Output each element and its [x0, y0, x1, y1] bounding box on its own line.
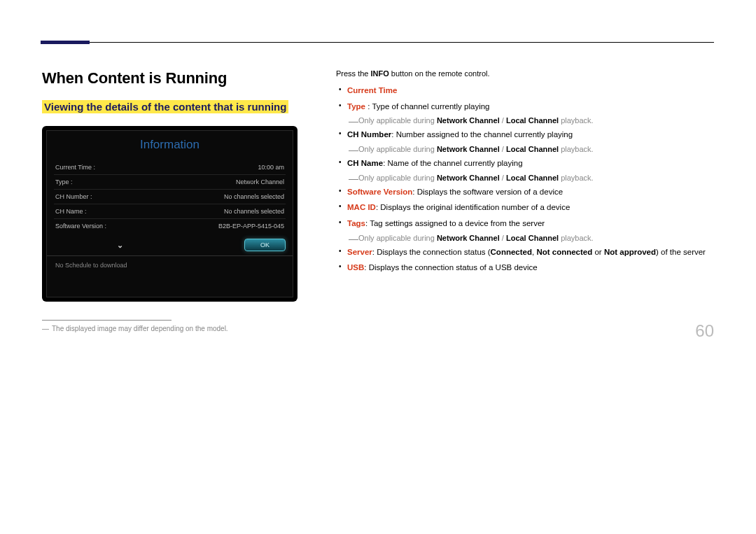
page-heading: When Content is Running [42, 69, 315, 87]
intro-text: Press the INFO button on the remote cont… [336, 69, 714, 78]
header-rule [42, 42, 714, 43]
list-item: MAC ID: Displays the original identifica… [336, 202, 714, 213]
info-row: CH Number : No channels selected [54, 190, 286, 204]
info-row: Type : Network Channel [54, 175, 286, 190]
device-screenshot: Information Current Time : 10:00 am Type… [42, 126, 298, 302]
sub-note: ― Only applicable during Network Channel… [336, 234, 714, 242]
list-item: USB: Displays the connection status of a… [336, 262, 714, 274]
info-row: CH Name : No channels selected [54, 204, 286, 219]
info-row: Software Version : B2B-EP-APP-5415-045 [54, 219, 286, 233]
info-label: Type : [55, 178, 73, 185]
list-item: Type : Type of channel currently playing [336, 101, 714, 113]
chevron-down-icon[interactable]: ⌄ [117, 241, 123, 250]
list-item: Tags: Tag settings assigned to a device … [336, 218, 714, 230]
info-panel-title: Information [47, 131, 293, 160]
ok-button[interactable]: OK [244, 239, 286, 251]
list-item: Current Time [336, 85, 714, 97]
header-accent [41, 41, 90, 44]
footnote-rule [42, 320, 172, 321]
info-value: B2B-EP-APP-5415-045 [218, 223, 284, 230]
info-table: Current Time : 10:00 am Type : Network C… [47, 160, 293, 236]
list-item: CH Name: Name of the channel currently p… [336, 157, 714, 169]
info-label: CH Number : [55, 193, 92, 200]
info-label: Software Version : [55, 223, 106, 230]
list-item: CH Number: Number assigned to the channe… [336, 129, 714, 141]
info-value: No channels selected [224, 208, 284, 215]
section-subheading: Viewing the details of the content that … [42, 100, 288, 113]
info-value: 10:00 am [258, 164, 284, 171]
list-item: Software Version: Displays the software … [336, 186, 714, 198]
info-row: Current Time : 10:00 am [54, 160, 286, 175]
page-number: 60 [695, 321, 714, 341]
info-value: Network Channel [236, 178, 284, 185]
info-label: Current Time : [55, 164, 95, 171]
sub-note: ― Only applicable during Network Channel… [336, 116, 714, 125]
footnote: ―The displayed image may differ dependin… [42, 325, 315, 332]
sub-note: ― Only applicable during Network Channel… [336, 145, 714, 153]
info-lower-text: No Schedule to download [47, 255, 293, 297]
list-item: Server: Displays the connection status (… [336, 246, 714, 258]
sub-note: ― Only applicable during Network Channel… [336, 174, 714, 182]
info-value: No channels selected [224, 193, 284, 200]
info-bullet-list: Current Time Type : Type of channel curr… [336, 85, 714, 274]
info-label: CH Name : [55, 208, 87, 215]
